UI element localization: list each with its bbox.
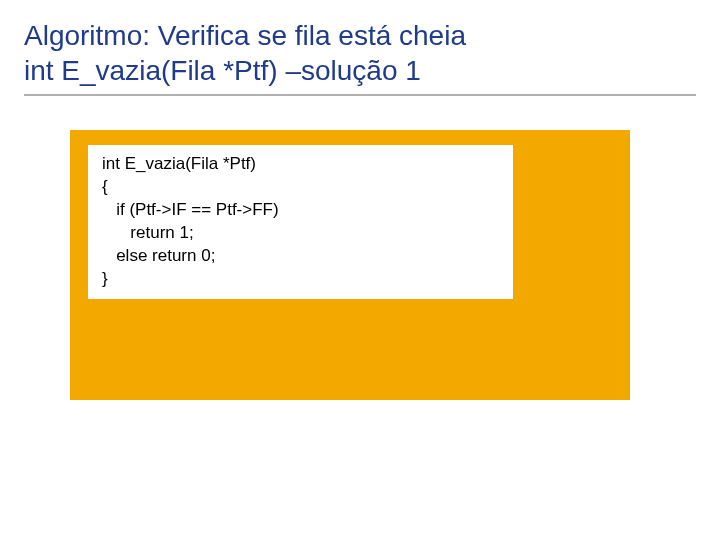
title-underline [24, 94, 696, 96]
slide-title-block: Algoritmo: Verifica se fila está cheia i… [0, 0, 720, 102]
code-line: else return 0; [102, 246, 215, 265]
slide-title-line1: Algoritmo: Verifica se fila está cheia [24, 18, 696, 53]
code-line: int E_vazia(Fila *Ptf) [102, 154, 256, 173]
code-line: return 1; [102, 223, 194, 242]
code-panel: int E_vazia(Fila *Ptf) { if (Ptf->IF == … [70, 130, 630, 400]
code-line: if (Ptf->IF == Ptf->FF) [102, 200, 279, 219]
code-block: int E_vazia(Fila *Ptf) { if (Ptf->IF == … [88, 145, 513, 299]
slide-title-line2: int E_vazia(Fila *Ptf) –solução 1 [24, 53, 696, 88]
title-remainder: : Verifica se fila está cheia [142, 20, 466, 51]
code-line: { [102, 177, 108, 196]
code-line: } [102, 269, 108, 288]
title-keyword: Algoritmo [24, 20, 142, 51]
